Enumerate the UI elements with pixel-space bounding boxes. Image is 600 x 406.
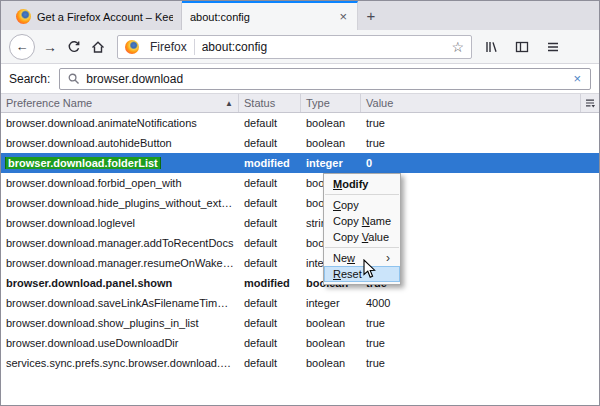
home-icon [90,39,106,55]
close-tab-icon[interactable]: × [337,10,349,23]
menu-button[interactable] [541,35,565,59]
preference-list: browser.download.animateNotifications de… [1,113,599,373]
url-text[interactable]: about:config [202,40,452,54]
divider [194,39,195,55]
tab-bar: Get a Firefox Account – Keep y about:con… [1,1,599,30]
table-row[interactable]: browser.download.manager.addToRecentDocs… [1,233,599,253]
navigation-toolbar: ← → Firefox about:config ☆ [1,30,599,64]
search-label: Search: [9,72,50,86]
firefox-logo-icon [125,40,139,54]
column-label: Value [366,97,393,109]
search-value[interactable]: browser.download [86,72,571,86]
column-header-type[interactable]: Type [301,94,361,112]
library-button[interactable] [479,35,503,59]
table-row[interactable]: browser.download.manager.resumeOnWakeDel… [1,253,599,273]
menu-separator [325,247,399,248]
tab-firefox-account[interactable]: Get a Firefox Account – Keep y [8,1,182,30]
column-label: Status [244,97,275,109]
submenu-arrow-icon: › [386,250,390,266]
identity-label: Firefox [150,40,187,54]
reload-icon [66,39,82,55]
tab-about-config[interactable]: about:config × [182,1,358,30]
column-header-status[interactable]: Status [239,94,301,112]
reload-button[interactable] [62,35,86,59]
search-icon [67,72,80,85]
menu-item-copy[interactable]: Copy [324,197,400,213]
forward-button[interactable]: → [38,35,62,59]
sidebar-icon [514,39,530,55]
column-picker-icon [584,97,596,109]
table-row[interactable]: services.sync.prefs.sync.browser.downloa… [1,353,599,373]
table-row[interactable]: browser.download.loglevel default string [1,213,599,233]
table-row[interactable]: browser.download.show_plugins_in_list de… [1,313,599,333]
column-header-value[interactable]: Value [361,94,581,112]
menu-item-copy-value[interactable]: Copy Value [324,229,400,245]
column-header-preference-name[interactable]: Preference Name ▲ [1,94,239,112]
table-header: Preference Name ▲ Status Type Value [1,93,599,113]
table-row[interactable]: browser.download.animateNotifications de… [1,113,599,133]
config-search-row: Search: browser.download × [1,64,599,93]
tab-title: Get a Firefox Account – Keep y [37,11,173,23]
context-menu: Modify Copy Copy Name Copy Value New › R… [323,173,401,285]
toolbar-right-icons [479,35,565,59]
green-highlight-annotation: browser.download.folderList [6,157,160,169]
menu-item-copy-name[interactable]: Copy Name [324,213,400,229]
column-label: Type [306,97,330,109]
clear-search-icon[interactable]: × [571,71,583,86]
home-button[interactable] [86,35,110,59]
library-icon [483,39,499,55]
browser-window: Get a Firefox Account – Keep y about:con… [0,0,600,406]
sidebar-button[interactable] [510,35,534,59]
hamburger-icon [545,39,561,55]
column-label: Preference Name [6,97,92,109]
menu-separator [325,194,399,195]
search-input[interactable]: browser.download × [59,68,591,90]
sort-ascending-icon: ▲ [225,99,233,108]
table-row[interactable]: browser.download.hide_plugins_without_ex… [1,193,599,213]
menu-item-new[interactable]: New › [324,250,400,266]
mouse-cursor-icon [363,259,377,279]
table-row[interactable]: browser.download.panel.shown modified bo… [1,273,599,293]
bookmark-star-icon[interactable]: ☆ [451,39,464,55]
table-row-selected[interactable]: browser.download.folderList modified int… [1,153,599,173]
url-bar[interactable]: Firefox about:config ☆ [117,35,472,59]
menu-item-modify[interactable]: Modify [324,176,400,192]
table-row[interactable]: browser.download.saveLinkAsFilenameTimeo… [1,293,599,313]
table-row[interactable]: browser.download.useDownloadDir default … [1,333,599,353]
new-tab-button[interactable]: + [358,1,384,30]
table-row[interactable]: browser.download.forbid_open_with defaul… [1,173,599,193]
tab-title: about:config [190,11,331,23]
back-button[interactable]: ← [9,34,35,60]
column-picker-button[interactable] [581,94,599,112]
menu-item-reset[interactable]: Reset [324,266,400,282]
table-row[interactable]: browser.download.autohideButton default … [1,133,599,153]
firefox-logo-icon [16,9,31,24]
